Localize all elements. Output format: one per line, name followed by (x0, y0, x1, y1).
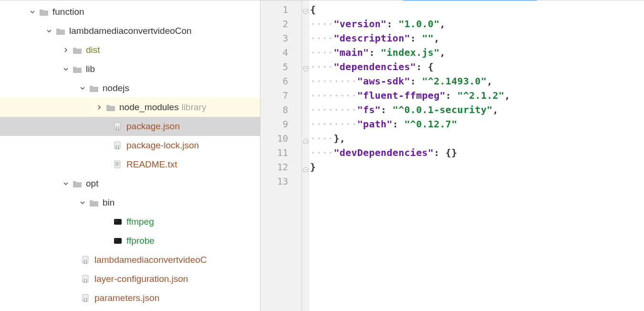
line-number[interactable]: 8 (260, 103, 301, 117)
tree-item[interactable]: opt (0, 174, 260, 193)
json-punct: , (440, 47, 446, 58)
line-number[interactable]: 3 (260, 31, 301, 45)
tree-item-label: lambdamediaconvertvideoC (94, 255, 207, 265)
tree-item-label: node_modules (119, 102, 179, 113)
json-punct: : (386, 18, 398, 30)
tree-item[interactable]: dist (0, 41, 260, 60)
line-number[interactable]: 5 (260, 60, 301, 74)
code-line[interactable]: ····}, (309, 131, 644, 145)
fold-toggle-icon[interactable] (303, 135, 309, 141)
line-number[interactable]: 1 (260, 2, 301, 17)
chevron-right-icon[interactable] (62, 46, 70, 54)
line-number-gutter[interactable]: 12345678910111213 (260, 0, 301, 311)
svg-text:{}: {} (83, 279, 88, 283)
tree-item-hint: library (182, 102, 207, 113)
tree-item[interactable]: {}layer-configuration.json (0, 270, 260, 289)
tree-item-label: package.json (126, 121, 180, 132)
tree-item-label: ffmpeg (126, 217, 154, 227)
chevron-down-icon[interactable] (62, 180, 70, 187)
code-line[interactable]: } (309, 160, 644, 174)
chevron-down-icon[interactable] (79, 199, 86, 207)
folder-icon (73, 46, 82, 54)
json-punct: } (310, 161, 316, 173)
folder-icon (106, 103, 115, 112)
json-key: "fs" (357, 104, 381, 115)
code-line[interactable]: { (309, 2, 644, 17)
tree-item-label: lib (86, 64, 95, 74)
json-string: "" (422, 32, 434, 44)
code-line[interactable]: ········"aws-sdk": "^2.1493.0", (309, 74, 644, 88)
code-line[interactable]: ········"fluent-ffmpeg": "^2.1.2", (309, 88, 644, 103)
chevron-down-icon[interactable] (79, 84, 86, 92)
fold-toggle-icon[interactable] (303, 7, 309, 12)
code-line[interactable] (309, 174, 644, 188)
svg-point-10 (116, 220, 117, 221)
code-line[interactable]: ····"description": "", (309, 31, 644, 45)
fold-ribbon[interactable] (301, 0, 309, 311)
folder-icon (73, 179, 82, 188)
line-number[interactable]: 11 (260, 145, 301, 160)
whitespace-guide: ···· (310, 47, 333, 58)
svg-point-13 (116, 239, 117, 240)
tree-item-label: package-lock.json (126, 140, 199, 151)
line-number[interactable]: 6 (260, 74, 301, 88)
tree-item[interactable]: lib (0, 60, 260, 79)
folder-icon (39, 8, 49, 16)
json-punct: : { (416, 61, 434, 73)
chevron-down-icon[interactable] (29, 8, 36, 16)
tree-item[interactable]: {}lambdamediaconvertvideoC (0, 250, 260, 270)
tree-item-label: lambdamediaconvertvideoCon (69, 26, 192, 36)
fold-toggle-icon[interactable] (303, 64, 309, 70)
svg-text:{}: {} (115, 145, 120, 150)
tree-item-label: bin (103, 197, 114, 208)
line-number[interactable]: 12 (260, 160, 301, 174)
tree-item[interactable]: ffmpeg (0, 212, 260, 231)
json-icon: {} (113, 141, 123, 150)
code-line[interactable]: ····"devDependencies": {} (309, 145, 644, 160)
svg-point-9 (115, 220, 116, 221)
code-line[interactable]: ····"dependencies": { (309, 60, 644, 74)
tree-item[interactable]: {}package.json (0, 117, 260, 136)
tree-item[interactable]: nodejs (0, 79, 260, 98)
chevron-down-icon[interactable] (62, 65, 70, 73)
tree-item[interactable]: bin (0, 193, 260, 212)
fold-toggle-icon[interactable] (303, 164, 309, 170)
line-number[interactable]: 9 (260, 117, 301, 131)
code-area[interactable]: {····"version": "1.0.0",····"description… (309, 0, 644, 311)
json-punct: , (487, 75, 492, 87)
code-line[interactable]: ········"path": "^0.12.7" (309, 117, 644, 131)
json-punct: : (393, 118, 405, 130)
whitespace-guide: ···· (310, 18, 333, 30)
svg-text:{}: {} (115, 126, 120, 131)
text-icon (113, 160, 123, 169)
line-number[interactable]: 4 (260, 45, 301, 60)
project-tree[interactable]: functionlambdamediaconvertvideoCondistli… (0, 0, 260, 311)
svg-rect-11 (114, 238, 122, 244)
code-line[interactable]: ····"version": "1.0.0", (309, 17, 644, 31)
tree-item[interactable]: ffprobe (0, 231, 260, 250)
tree-item[interactable]: {}parameters.json (0, 289, 260, 308)
svg-text:{}: {} (83, 298, 88, 302)
line-number[interactable]: 10 (260, 131, 301, 145)
tree-item[interactable]: node_moduleslibrary (0, 98, 260, 117)
tree-item[interactable]: README.txt (0, 155, 260, 174)
folder-icon (73, 65, 82, 73)
json-punct: : (446, 90, 457, 101)
line-number[interactable]: 2 (260, 17, 301, 31)
chevron-down-icon[interactable] (45, 27, 53, 35)
line-number[interactable]: 13 (260, 174, 301, 188)
json-string: "1.0.0" (398, 18, 439, 30)
chevron-right-icon[interactable] (95, 104, 103, 111)
line-number[interactable]: 7 (260, 88, 301, 103)
code-line[interactable]: ········"fs": "^0.0.1-security", (309, 103, 644, 117)
code-line[interactable]: ····"main": "index.js", (309, 45, 644, 60)
json-key: "fluent-ffmpeg" (357, 90, 446, 101)
whitespace-guide: ···· (310, 61, 333, 73)
json-icon: {} (113, 122, 123, 131)
svg-point-12 (115, 239, 116, 240)
tree-item[interactable]: {}package-lock.json (0, 136, 260, 155)
tree-item[interactable]: function (0, 2, 260, 21)
tree-item[interactable]: lambdamediaconvertvideoCon (0, 21, 260, 41)
whitespace-guide: ········ (310, 118, 357, 130)
json-icon: {} (81, 256, 91, 264)
